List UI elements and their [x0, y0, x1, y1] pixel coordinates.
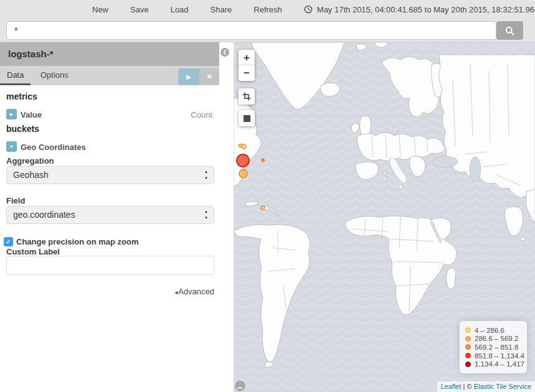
map-marker[interactable] [237, 154, 249, 167]
triangle-right-icon: ▶ [10, 112, 13, 116]
leaflet-link[interactable]: Leaflet [441, 383, 462, 390]
nav-load[interactable]: Load [171, 5, 189, 14]
map-marker[interactable] [261, 206, 265, 210]
buckets-heading: buckets [6, 124, 39, 134]
sidebar-collapse-button[interactable]: ❮ [220, 48, 229, 57]
play-icon: ▶ [186, 73, 191, 80]
chevron-left-icon: ❮ [223, 49, 227, 55]
bucket-toggle-button[interactable]: ▼ [6, 141, 17, 152]
metric-value: Count [191, 110, 212, 119]
legend-dot [465, 327, 471, 333]
map-marker[interactable] [242, 144, 246, 149]
advanced-toggle[interactable]: ◂Advanced [174, 287, 214, 296]
bucket-label: Geo Coordinates [21, 142, 86, 152]
updown-arrows-icon: ▲▼ [204, 169, 208, 181]
zoom-in-button[interactable]: + [239, 50, 255, 65]
triangle-down-icon: ▼ [9, 144, 14, 149]
close-icon: ✕ [206, 73, 212, 80]
metric-toggle-button[interactable]: ▶ [6, 109, 17, 119]
custom-label-input[interactable] [6, 256, 214, 275]
crop-icon [242, 92, 251, 101]
chevron-up-icon: ❮ [235, 386, 245, 390]
custom-label-heading: Custom Label [6, 247, 60, 256]
legend-row: 1,134.4 – 1,417 [465, 360, 521, 368]
nav-new[interactable]: New [92, 5, 108, 14]
search-button[interactable] [496, 21, 523, 40]
square-icon [244, 115, 250, 122]
precision-checkbox[interactable]: ✓ [4, 237, 13, 246]
legend-dot [465, 336, 471, 342]
triangle-left-icon: ◂ [174, 289, 178, 296]
legend-dot [465, 362, 471, 367]
kibana-visualize-screen: New Save Load Share Refresh May 17th 201… [0, 0, 535, 392]
legend-row: 286.6 – 569.2 [465, 335, 521, 343]
time-range-label: May 17th 2015, 04:00:41.685 to May 20th … [317, 5, 535, 14]
legend-row: 569.2 – 851.8 [465, 343, 521, 352]
discard-changes-button[interactable]: ✕ [199, 68, 219, 85]
nav-refresh[interactable]: Refresh [253, 5, 282, 14]
field-select[interactable]: geo.coordinates ▲▼ [6, 206, 214, 224]
search-icon [504, 26, 515, 36]
precision-label: Change precision on map zoom [16, 237, 138, 246]
map-marker[interactable] [239, 170, 247, 178]
map-marker[interactable] [262, 159, 264, 161]
nav-save[interactable]: Save [130, 5, 149, 14]
apply-changes-button[interactable]: ▶ [178, 68, 199, 85]
legend-dot [465, 344, 471, 350]
fit-data-bounds-button[interactable] [239, 110, 255, 126]
legend-row: 851.8 – 1,134.4 [465, 352, 521, 360]
query-bar [0, 19, 535, 42]
top-nav-bar: New Save Load Share Refresh May 17th 201… [0, 0, 535, 19]
check-icon: ✓ [6, 238, 11, 245]
map-attribution: Leaflet | © Elastic Tile Service [437, 381, 535, 392]
metrics-heading: metrics [6, 91, 37, 101]
spy-panel-toggle[interactable]: ❮ [235, 381, 245, 391]
updown-arrows-icon: ▲▼ [204, 208, 208, 221]
tab-data[interactable]: Data [0, 66, 31, 85]
search-input[interactable] [6, 21, 496, 40]
zoom-out-button[interactable]: − [239, 65, 255, 81]
aggregation-label: Aggregation [6, 156, 54, 166]
vis-editor-sidebar: logstash-* Data Options ▶ ✕ ❮ metrics ▶ … [0, 42, 234, 392]
map-zoom-control: + − [239, 50, 255, 81]
tile-map[interactable]: + − 4 – 286.6 286.6 – 569.2 569.2 – [234, 42, 535, 392]
nav-share[interactable]: Share [211, 5, 232, 14]
index-pattern-header: logstash-* [0, 42, 219, 66]
draw-filter-rectangle-button[interactable] [239, 88, 255, 105]
legend-dot [465, 353, 471, 358]
field-label: Field [6, 196, 25, 205]
clock-icon [304, 5, 313, 14]
tab-options[interactable]: Options [34, 66, 75, 85]
legend-row: 4 – 286.6 [465, 326, 521, 335]
aggregation-select[interactable]: Geohash ▲▼ [6, 166, 214, 184]
time-picker[interactable]: May 17th 2015, 04:00:41.685 to May 20th … [304, 5, 535, 14]
map-legend: 4 – 286.6 286.6 – 569.2 569.2 – 851.8 85… [460, 321, 527, 373]
metric-label: Value [21, 110, 42, 119]
elastic-tile-service-link[interactable]: Elastic Tile Service [474, 383, 531, 390]
